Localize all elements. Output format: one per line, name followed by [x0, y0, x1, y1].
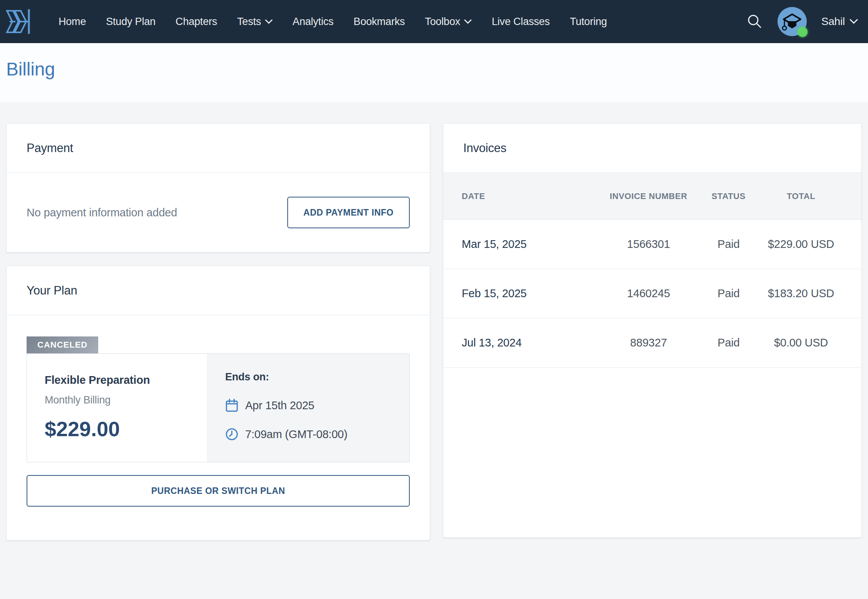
nav-item-label: Live Classes: [492, 16, 550, 28]
nav-item-bookmarks[interactable]: Bookmarks: [354, 16, 405, 28]
invoices-table-header: DATE INVOICE NUMBER STATUS TOTAL: [443, 173, 861, 220]
user-avatar[interactable]: [778, 7, 807, 36]
nav-item-chapters[interactable]: Chapters: [176, 16, 217, 28]
invoice-status: Paid: [698, 238, 759, 251]
invoice-total: $229.00 USD: [759, 238, 843, 251]
plan-billing-cycle: Monthly Billing: [45, 394, 189, 406]
invoice-row[interactable]: Feb 15, 2025 1460245 Paid $183.20 USD: [443, 269, 861, 318]
nav-item-label: Toolbox: [425, 16, 460, 28]
invoice-date: Feb 15, 2025: [462, 287, 599, 300]
purchase-or-switch-plan-button[interactable]: PURCHASE OR SWITCH PLAN: [27, 475, 410, 507]
invoice-number: 1566301: [599, 238, 698, 251]
nav-item-label: Analytics: [293, 16, 333, 28]
online-status-dot: [798, 27, 808, 37]
chevron-down-icon: [464, 19, 472, 24]
invoice-total: $183.20 USD: [759, 287, 843, 300]
column-header-total: TOTAL: [759, 191, 843, 201]
page-title-band: Billing: [0, 43, 868, 102]
column-header-date: DATE: [462, 191, 599, 201]
nav-item-label: Home: [59, 16, 86, 28]
nav-item-label: Bookmarks: [354, 16, 405, 28]
nav-item-live-classes[interactable]: Live Classes: [492, 16, 550, 28]
nav-item-study-plan[interactable]: Study Plan: [106, 16, 156, 28]
plan-name: Flexible Preparation: [45, 374, 189, 387]
ends-on-label: Ends on:: [225, 371, 391, 383]
invoice-status: Paid: [698, 336, 759, 349]
add-payment-info-button[interactable]: ADD PAYMENT INFO: [287, 197, 410, 228]
main-content: Payment No payment information added ADD…: [0, 102, 868, 540]
nav-item-label: Chapters: [176, 16, 217, 28]
your-plan-card-title: Your Plan: [7, 266, 430, 315]
plan-price: $229.00: [45, 417, 189, 441]
plan-end-info: Ends on: Apr 15th 2025: [207, 354, 409, 462]
calendar-icon: [225, 398, 238, 412]
page-title: Billing: [6, 59, 55, 80]
user-name-label: Sahil: [821, 15, 845, 28]
end-date: Apr 15th 2025: [245, 399, 315, 412]
clock-icon: [225, 428, 238, 441]
top-nav: Home Study Plan Chapters Tests Analytics…: [0, 0, 868, 43]
achievable-logo[interactable]: [5, 8, 31, 35]
nav-item-toolbox[interactable]: Toolbox: [425, 16, 472, 28]
payment-card: Payment No payment information added ADD…: [6, 123, 430, 253]
end-date-row: Apr 15th 2025: [225, 398, 391, 412]
no-payment-text: No payment information added: [27, 206, 177, 219]
payment-card-title: Payment: [7, 124, 430, 173]
plan-details-box: Flexible Preparation Monthly Billing $22…: [27, 353, 410, 462]
left-column: Payment No payment information added ADD…: [6, 123, 430, 540]
plan-summary: Flexible Preparation Monthly Billing $22…: [27, 354, 207, 462]
search-icon[interactable]: [746, 13, 763, 30]
invoice-row[interactable]: Jul 13, 2024 889327 Paid $0.00 USD: [443, 318, 861, 368]
nav-item-home[interactable]: Home: [59, 16, 86, 28]
your-plan-card: Your Plan CANCELED Flexible Preparation …: [6, 266, 430, 540]
nav-item-analytics[interactable]: Analytics: [293, 16, 333, 28]
plan-status-badge: CANCELED: [27, 336, 98, 353]
end-time: 7:09am (GMT-08:00): [245, 428, 348, 441]
invoice-status: Paid: [698, 287, 759, 300]
nav-menu: Home Study Plan Chapters Tests Analytics…: [59, 16, 607, 28]
end-time-row: 7:09am (GMT-08:00): [225, 428, 391, 441]
invoice-total: $0.00 USD: [759, 336, 843, 349]
your-plan-card-body: CANCELED Flexible Preparation Monthly Bi…: [7, 315, 430, 540]
invoices-card-title: Invoices: [443, 124, 861, 173]
column-header-invoice-number: INVOICE NUMBER: [599, 191, 698, 201]
chevron-down-icon: [265, 19, 273, 24]
invoice-number: 889327: [599, 336, 698, 349]
nav-item-label: Tests: [237, 16, 261, 28]
invoices-card: Invoices DATE INVOICE NUMBER STATUS TOTA…: [443, 123, 862, 538]
invoice-number: 1460245: [599, 287, 698, 300]
column-header-status: STATUS: [698, 191, 759, 201]
nav-item-tutoring[interactable]: Tutoring: [570, 16, 607, 28]
payment-card-body: No payment information added ADD PAYMENT…: [7, 173, 430, 252]
chevron-down-icon: [850, 19, 858, 24]
user-menu[interactable]: Sahil: [821, 15, 858, 28]
nav-item-label: Tutoring: [570, 16, 607, 28]
nav-item-label: Study Plan: [106, 16, 156, 28]
invoice-date: Mar 15, 2025: [462, 238, 599, 251]
nav-right-group: Sahil: [746, 7, 858, 36]
nav-item-tests[interactable]: Tests: [237, 16, 273, 28]
invoice-row[interactable]: Mar 15, 2025 1566301 Paid $229.00 USD: [443, 220, 861, 269]
invoice-date: Jul 13, 2024: [462, 336, 599, 349]
